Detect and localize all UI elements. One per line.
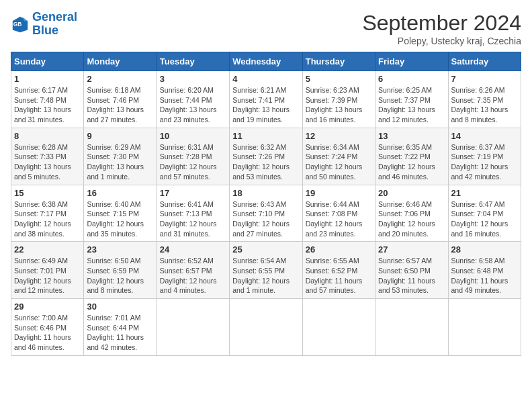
- day-info: Sunrise: 6:26 AM Sunset: 7:35 PM Dayligh…: [451, 85, 518, 125]
- day-info: Sunrise: 6:43 AM Sunset: 7:10 PM Dayligh…: [232, 199, 299, 239]
- calendar-cell: 17Sunrise: 6:41 AM Sunset: 7:13 PM Dayli…: [157, 185, 229, 242]
- header-day-sunday: Sunday: [11, 52, 84, 71]
- title-block: September 2024 Polepy, Ustecky kraj, Cze…: [362, 11, 521, 46]
- header-day-friday: Friday: [375, 52, 448, 71]
- day-number: 19: [306, 188, 372, 198]
- location-subtitle: Polepy, Ustecky kraj, Czechia: [362, 36, 521, 46]
- calendar-cell: [302, 299, 375, 356]
- day-info: Sunrise: 6:44 AM Sunset: 7:08 PM Dayligh…: [306, 199, 372, 239]
- calendar-cell: 3Sunrise: 6:20 AM Sunset: 7:44 PM Daylig…: [157, 71, 229, 128]
- calendar-table: SundayMondayTuesdayWednesdayThursdayFrid…: [11, 52, 521, 356]
- day-number: 30: [87, 302, 153, 312]
- day-number: 8: [14, 131, 81, 141]
- day-number: 18: [232, 188, 299, 198]
- day-number: 28: [451, 244, 518, 255]
- day-info: Sunrise: 6:40 AM Sunset: 7:15 PM Dayligh…: [87, 199, 153, 239]
- day-info: Sunrise: 6:50 AM Sunset: 6:59 PM Dayligh…: [87, 256, 153, 295]
- day-info: Sunrise: 6:17 AM Sunset: 7:48 PM Dayligh…: [14, 85, 81, 125]
- calendar-cell: 13Sunrise: 6:35 AM Sunset: 7:22 PM Dayli…: [375, 128, 448, 185]
- day-number: 27: [378, 244, 445, 255]
- header-day-saturday: Saturday: [448, 52, 521, 71]
- day-info: Sunrise: 6:20 AM Sunset: 7:44 PM Dayligh…: [160, 85, 226, 125]
- calendar-cell: 8Sunrise: 6:28 AM Sunset: 7:33 PM Daylig…: [11, 128, 84, 185]
- day-number: 9: [87, 131, 153, 141]
- day-number: 10: [160, 131, 226, 141]
- calendar-cell: 10Sunrise: 6:31 AM Sunset: 7:28 PM Dayli…: [157, 128, 229, 185]
- day-number: 14: [451, 131, 518, 141]
- day-info: Sunrise: 6:55 AM Sunset: 6:52 PM Dayligh…: [306, 256, 372, 295]
- day-info: Sunrise: 6:18 AM Sunset: 7:46 PM Dayligh…: [87, 85, 153, 125]
- day-number: 13: [378, 131, 445, 141]
- header-day-wednesday: Wednesday: [230, 52, 302, 71]
- calendar-cell: 9Sunrise: 6:29 AM Sunset: 7:30 PM Daylig…: [84, 128, 157, 185]
- calendar-cell: 19Sunrise: 6:44 AM Sunset: 7:08 PM Dayli…: [302, 185, 375, 242]
- day-info: Sunrise: 7:01 AM Sunset: 6:44 PM Dayligh…: [87, 313, 153, 353]
- calendar-cell: [375, 299, 448, 356]
- day-info: Sunrise: 6:32 AM Sunset: 7:26 PM Dayligh…: [232, 142, 299, 182]
- day-number: 16: [87, 188, 153, 198]
- calendar-cell: 24Sunrise: 6:52 AM Sunset: 6:57 PM Dayli…: [157, 242, 229, 299]
- day-number: 2: [87, 74, 153, 84]
- day-info: Sunrise: 6:49 AM Sunset: 7:01 PM Dayligh…: [14, 256, 81, 295]
- calendar-cell: 18Sunrise: 6:43 AM Sunset: 7:10 PM Dayli…: [230, 185, 302, 242]
- day-info: Sunrise: 6:46 AM Sunset: 7:06 PM Dayligh…: [378, 199, 445, 239]
- calendar-cell: [448, 299, 521, 356]
- day-number: 21: [451, 188, 518, 198]
- day-info: Sunrise: 6:31 AM Sunset: 7:28 PM Dayligh…: [160, 142, 226, 182]
- day-info: Sunrise: 6:37 AM Sunset: 7:19 PM Dayligh…: [451, 142, 518, 182]
- header-day-monday: Monday: [84, 52, 157, 71]
- svg-text:GB: GB: [13, 21, 22, 28]
- day-info: Sunrise: 6:21 AM Sunset: 7:41 PM Dayligh…: [232, 85, 299, 125]
- calendar-cell: 16Sunrise: 6:40 AM Sunset: 7:15 PM Dayli…: [84, 185, 157, 242]
- week-row-1: 1Sunrise: 6:17 AM Sunset: 7:48 PM Daylig…: [11, 71, 521, 128]
- day-info: Sunrise: 6:25 AM Sunset: 7:37 PM Dayligh…: [378, 85, 445, 125]
- logo-text: General Blue: [32, 11, 77, 38]
- day-number: 26: [306, 244, 372, 255]
- day-info: Sunrise: 6:54 AM Sunset: 6:55 PM Dayligh…: [232, 256, 299, 295]
- calendar-cell: 27Sunrise: 6:57 AM Sunset: 6:50 PM Dayli…: [375, 242, 448, 299]
- week-row-4: 22Sunrise: 6:49 AM Sunset: 7:01 PM Dayli…: [11, 242, 521, 299]
- day-info: Sunrise: 7:00 AM Sunset: 6:46 PM Dayligh…: [14, 313, 81, 353]
- day-number: 15: [14, 188, 81, 198]
- day-info: Sunrise: 6:23 AM Sunset: 7:39 PM Dayligh…: [306, 85, 372, 125]
- day-info: Sunrise: 6:38 AM Sunset: 7:17 PM Dayligh…: [14, 199, 81, 239]
- day-number: 3: [160, 74, 226, 84]
- calendar-cell: 22Sunrise: 6:49 AM Sunset: 7:01 PM Dayli…: [11, 242, 84, 299]
- calendar-cell: 25Sunrise: 6:54 AM Sunset: 6:55 PM Dayli…: [230, 242, 302, 299]
- day-info: Sunrise: 6:34 AM Sunset: 7:24 PM Dayligh…: [306, 142, 372, 182]
- day-info: Sunrise: 6:52 AM Sunset: 6:57 PM Dayligh…: [160, 256, 226, 295]
- calendar-cell: 29Sunrise: 7:00 AM Sunset: 6:46 PM Dayli…: [11, 299, 84, 356]
- calendar-cell: [230, 299, 302, 356]
- day-number: 11: [232, 131, 299, 141]
- header-day-tuesday: Tuesday: [157, 52, 229, 71]
- header-row: SundayMondayTuesdayWednesdayThursdayFrid…: [11, 52, 521, 71]
- calendar-cell: 21Sunrise: 6:47 AM Sunset: 7:04 PM Dayli…: [448, 185, 521, 242]
- day-number: 5: [306, 74, 372, 84]
- calendar-cell: 23Sunrise: 6:50 AM Sunset: 6:59 PM Dayli…: [84, 242, 157, 299]
- calendar-cell: 7Sunrise: 6:26 AM Sunset: 7:35 PM Daylig…: [448, 71, 521, 128]
- day-number: 24: [160, 244, 226, 255]
- day-info: Sunrise: 6:47 AM Sunset: 7:04 PM Dayligh…: [451, 199, 518, 239]
- calendar-cell: 11Sunrise: 6:32 AM Sunset: 7:26 PM Dayli…: [230, 128, 302, 185]
- week-row-5: 29Sunrise: 7:00 AM Sunset: 6:46 PM Dayli…: [11, 299, 521, 356]
- calendar-cell: 4Sunrise: 6:21 AM Sunset: 7:41 PM Daylig…: [230, 71, 302, 128]
- day-number: 1: [14, 74, 81, 84]
- calendar-cell: 2Sunrise: 6:18 AM Sunset: 7:46 PM Daylig…: [84, 71, 157, 128]
- calendar-cell: 6Sunrise: 6:25 AM Sunset: 7:37 PM Daylig…: [375, 71, 448, 128]
- calendar-cell: 1Sunrise: 6:17 AM Sunset: 7:48 PM Daylig…: [11, 71, 84, 128]
- day-info: Sunrise: 6:28 AM Sunset: 7:33 PM Dayligh…: [14, 142, 81, 182]
- logo: GB General Blue: [11, 11, 77, 38]
- day-info: Sunrise: 6:57 AM Sunset: 6:50 PM Dayligh…: [378, 256, 445, 295]
- header-day-thursday: Thursday: [302, 52, 375, 71]
- day-number: 17: [160, 188, 226, 198]
- calendar-cell: 30Sunrise: 7:01 AM Sunset: 6:44 PM Dayli…: [84, 299, 157, 356]
- calendar-cell: 28Sunrise: 6:58 AM Sunset: 6:48 PM Dayli…: [448, 242, 521, 299]
- day-number: 23: [87, 244, 153, 255]
- calendar-cell: 15Sunrise: 6:38 AM Sunset: 7:17 PM Dayli…: [11, 185, 84, 242]
- month-title: September 2024: [362, 11, 521, 36]
- day-number: 22: [14, 244, 81, 255]
- day-info: Sunrise: 6:41 AM Sunset: 7:13 PM Dayligh…: [160, 199, 226, 239]
- page-header: GB General Blue September 2024 Polepy, U…: [11, 11, 521, 46]
- day-info: Sunrise: 6:29 AM Sunset: 7:30 PM Dayligh…: [87, 142, 153, 182]
- calendar-cell: 5Sunrise: 6:23 AM Sunset: 7:39 PM Daylig…: [302, 71, 375, 128]
